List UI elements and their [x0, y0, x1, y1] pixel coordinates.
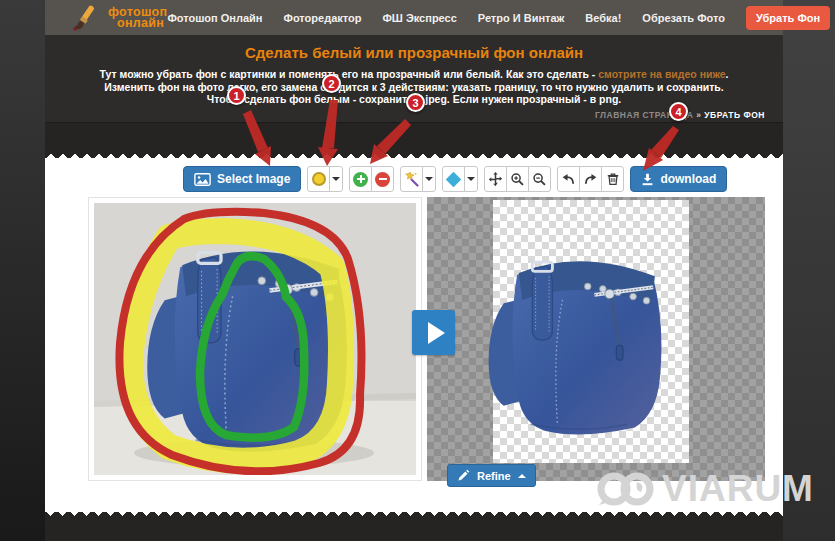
download-label: download — [660, 172, 716, 186]
video-link[interactable]: смотрите на видео ниже — [598, 68, 725, 80]
main-nav: Фотошоп Онлайн Фоторедактор ФШ Экспресс … — [167, 6, 830, 30]
zoom-out-button[interactable] — [528, 166, 551, 192]
boundary-brush-button[interactable] — [307, 166, 330, 192]
download-button[interactable]: download — [630, 166, 727, 192]
refine-label: Refine — [477, 470, 511, 482]
description-text-1: Тут можно убрать фон с картинки и поменя… — [100, 68, 599, 80]
source-image-panel — [88, 197, 422, 481]
site-logo-text: фотошоп онлайн — [108, 7, 167, 29]
zigzag-edge-top — [45, 150, 783, 158]
boundary-brush-dropdown[interactable] — [329, 166, 343, 192]
result-bag-image — [455, 200, 707, 472]
nav-item-photoshop-online[interactable]: Фотошоп Онлайн — [167, 12, 262, 24]
nav-item-retro-vintage[interactable]: Ретро И Винтаж — [478, 12, 565, 24]
source-canvas[interactable] — [94, 203, 416, 475]
eraser-group — [442, 166, 478, 192]
undo-icon — [561, 172, 576, 187]
select-image-label: Select Image — [217, 172, 290, 186]
minus-circle-icon — [375, 172, 390, 187]
step-marker-1: 1 — [227, 86, 246, 105]
clear-button[interactable] — [601, 166, 624, 192]
watermark: VIARUM — [596, 468, 814, 508]
chevron-down-icon — [425, 177, 433, 181]
boundary-brush-group — [307, 166, 343, 192]
zoom-in-icon — [510, 172, 525, 187]
nav-item-remove-background-active[interactable]: Убрать Фон — [746, 6, 830, 30]
step-marker-4: 4 — [669, 102, 688, 121]
play-video-button[interactable] — [412, 310, 455, 355]
magic-wand-group — [400, 166, 436, 192]
keep-remove-group — [349, 166, 394, 192]
undo-button[interactable] — [557, 166, 580, 192]
page-title: Сделать белый или прозрачный фон онлайн — [45, 44, 783, 61]
nav-item-webcam[interactable]: Вебка! — [585, 12, 621, 24]
site-logo[interactable]: фотошоп онлайн — [71, 4, 167, 32]
header: фотошоп онлайн Фотошоп Онлайн Фоторедакт… — [45, 0, 783, 35]
plus-circle-icon — [353, 172, 368, 187]
page-side-gutter-left — [0, 0, 45, 541]
select-image-button[interactable]: Select Image — [183, 166, 301, 192]
nav-item-photo-editor[interactable]: Фоторедактор — [284, 12, 362, 24]
editor-toolbar: Select Image — [183, 166, 727, 192]
mark-remove-button[interactable] — [371, 166, 394, 192]
chevron-up-icon — [518, 474, 526, 478]
paintbrush-icon — [71, 4, 103, 32]
annotated-bag-image — [94, 203, 416, 475]
view-tools-group — [484, 166, 551, 192]
chevron-down-icon — [332, 177, 340, 181]
zigzag-edge-bottom — [45, 512, 783, 520]
bottom-dark-band — [45, 520, 783, 541]
yellow-brush-icon — [312, 172, 326, 186]
move-icon — [488, 172, 503, 187]
nav-item-psh-express[interactable]: ФШ Экспресс — [382, 12, 456, 24]
redo-icon — [583, 172, 598, 187]
image-icon — [194, 173, 211, 186]
watermark-logo-icon — [596, 468, 658, 508]
hero-lower-band: ГЛАВНАЯ СТРАНИЦА » УБРАТЬ ФОН — [45, 122, 783, 150]
download-icon — [641, 173, 654, 186]
mark-keep-button[interactable] — [349, 166, 372, 192]
breadcrumb-separator: » — [696, 110, 701, 120]
magic-wand-dropdown[interactable] — [422, 166, 436, 192]
breadcrumb-current: УБРАТЬ ФОН — [704, 110, 765, 120]
page-side-gutter-right — [783, 0, 835, 541]
diamond-eraser-icon — [446, 171, 462, 187]
chevron-down-icon — [467, 177, 475, 181]
refine-button[interactable]: Refine — [447, 464, 536, 487]
eraser-button[interactable] — [442, 166, 465, 192]
zoom-out-icon — [532, 172, 547, 187]
history-group — [557, 166, 624, 192]
nav-item-crop-photo[interactable]: Обрезать Фото — [642, 12, 725, 24]
trash-icon — [606, 172, 620, 186]
page: фотошоп онлайн Фотошоп Онлайн Фоторедакт… — [0, 0, 835, 541]
step-marker-2: 2 — [322, 74, 341, 93]
eraser-dropdown[interactable] — [464, 166, 478, 192]
magic-wand-button[interactable] — [400, 166, 423, 192]
play-icon — [428, 322, 445, 344]
watermark-text: VIARUM — [662, 470, 814, 507]
pencil-icon — [457, 469, 470, 482]
redo-button[interactable] — [579, 166, 602, 192]
magic-wand-icon — [404, 171, 420, 187]
step-marker-3: 3 — [406, 93, 425, 112]
move-tool-button[interactable] — [484, 166, 507, 192]
result-preview-panel — [427, 197, 765, 481]
zoom-in-button[interactable] — [506, 166, 529, 192]
